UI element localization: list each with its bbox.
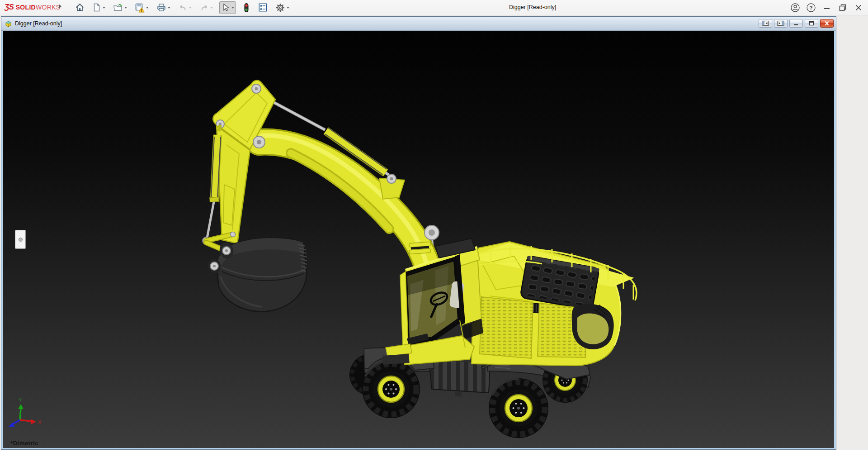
pane-tab-grip-icon bbox=[19, 238, 23, 242]
properties-button[interactable] bbox=[257, 2, 269, 14]
doc-minimize-button[interactable] bbox=[789, 19, 803, 28]
redo-icon bbox=[199, 3, 209, 12]
document-window: Digger [Read-only] bbox=[1, 16, 836, 450]
document-title: Digger [Read-only] bbox=[15, 20, 62, 27]
logo-solid: SOLID bbox=[16, 4, 36, 11]
print-dropdown[interactable] bbox=[168, 7, 170, 9]
select-arrow-icon bbox=[221, 3, 230, 12]
new-document-button[interactable] bbox=[91, 2, 107, 14]
new-document-icon bbox=[92, 3, 101, 12]
properties-list-icon bbox=[258, 3, 268, 12]
close-icon bbox=[854, 3, 863, 13]
open-dropdown[interactable] bbox=[124, 7, 127, 9]
new-document-dropdown[interactable] bbox=[103, 7, 105, 9]
logo-works: WORKS bbox=[36, 4, 60, 11]
rear-window[interactable] bbox=[572, 304, 614, 349]
part-document-icon bbox=[5, 20, 12, 28]
help-button[interactable]: ? bbox=[806, 3, 816, 13]
doc-close-icon bbox=[823, 20, 831, 26]
options-dropdown[interactable] bbox=[287, 7, 289, 9]
gear-icon bbox=[275, 3, 285, 13]
restore-icon bbox=[838, 3, 848, 13]
document-window-controls bbox=[757, 19, 834, 28]
solidworks-logo: ƷS SOLID WORKS bbox=[5, 3, 60, 12]
save-button[interactable] bbox=[133, 2, 150, 14]
doc-restore-button[interactable] bbox=[805, 19, 818, 28]
system-icons: ? bbox=[784, 0, 863, 15]
open-folder-icon bbox=[113, 3, 123, 12]
rebuild-button[interactable] bbox=[241, 2, 252, 14]
print-icon bbox=[156, 3, 166, 12]
wheel-front-right[interactable] bbox=[489, 378, 548, 438]
pane-right-button[interactable] bbox=[774, 19, 788, 28]
toolbar-divider bbox=[69, 2, 69, 12]
main-titlebar: ƷS SOLID WORKS bbox=[0, 0, 868, 15]
document-titlebar[interactable]: Digger [Read-only] bbox=[1, 17, 836, 31]
help-glyph: ? bbox=[809, 5, 812, 10]
select-dropdown[interactable] bbox=[231, 7, 234, 9]
doc-restore-icon bbox=[807, 20, 816, 26]
minimize-button[interactable] bbox=[822, 3, 832, 13]
quick-access-toolbar bbox=[74, 1, 292, 14]
triad-y-label: Y bbox=[19, 397, 22, 403]
redo-button[interactable] bbox=[198, 2, 214, 14]
triad-x-label: X bbox=[38, 419, 42, 425]
app-title: Digger [Read-only] bbox=[509, 4, 556, 10]
doc-minimize-icon bbox=[792, 20, 800, 26]
save-icon bbox=[135, 3, 145, 13]
view-orientation-label: *Dimetric bbox=[10, 440, 38, 447]
redo-dropdown[interactable] bbox=[210, 7, 213, 9]
user-account-button[interactable] bbox=[790, 3, 800, 13]
orientation-triad[interactable]: Y X bbox=[9, 397, 42, 427]
graphics-area[interactable]: Y X *Dimetric bbox=[3, 31, 834, 448]
print-button[interactable] bbox=[155, 2, 172, 14]
user-account-icon bbox=[790, 3, 800, 13]
3d-scene[interactable]: Y X *Dimetric bbox=[3, 31, 834, 448]
options-button[interactable] bbox=[274, 2, 291, 14]
undo-icon bbox=[178, 3, 188, 12]
menu-expander-icon[interactable] bbox=[59, 4, 61, 9]
minimize-icon bbox=[822, 3, 832, 13]
pane-left-icon bbox=[761, 20, 769, 26]
dipper-arm[interactable] bbox=[217, 126, 265, 243]
traffic-light-icon bbox=[242, 3, 250, 13]
save-dropdown[interactable] bbox=[146, 7, 149, 9]
feature-pane-collapsed-tab[interactable] bbox=[15, 230, 26, 249]
upper-body[interactable] bbox=[472, 242, 637, 366]
pane-left-button[interactable] bbox=[759, 19, 772, 28]
logo-mark: ƷS bbox=[5, 3, 14, 12]
boom-elbow-pin bbox=[425, 225, 439, 240]
pane-right-icon bbox=[777, 20, 785, 26]
open-button[interactable] bbox=[112, 2, 128, 14]
home-icon bbox=[75, 3, 85, 12]
cab-handle bbox=[409, 242, 431, 254]
close-button[interactable] bbox=[854, 3, 863, 13]
bucket[interactable] bbox=[206, 238, 307, 312]
select-button[interactable] bbox=[219, 1, 236, 14]
undo-dropdown[interactable] bbox=[189, 7, 192, 9]
help-icon: ? bbox=[806, 3, 816, 13]
status-bar-area bbox=[0, 450, 868, 467]
excavator-model[interactable] bbox=[203, 81, 637, 438]
restore-button[interactable] bbox=[838, 3, 848, 13]
bucket-cylinder[interactable] bbox=[203, 125, 221, 244]
undo-button[interactable] bbox=[177, 2, 193, 14]
doc-close-button[interactable] bbox=[820, 19, 834, 28]
wheel-front-left[interactable] bbox=[362, 360, 420, 418]
home-button[interactable] bbox=[74, 2, 86, 14]
